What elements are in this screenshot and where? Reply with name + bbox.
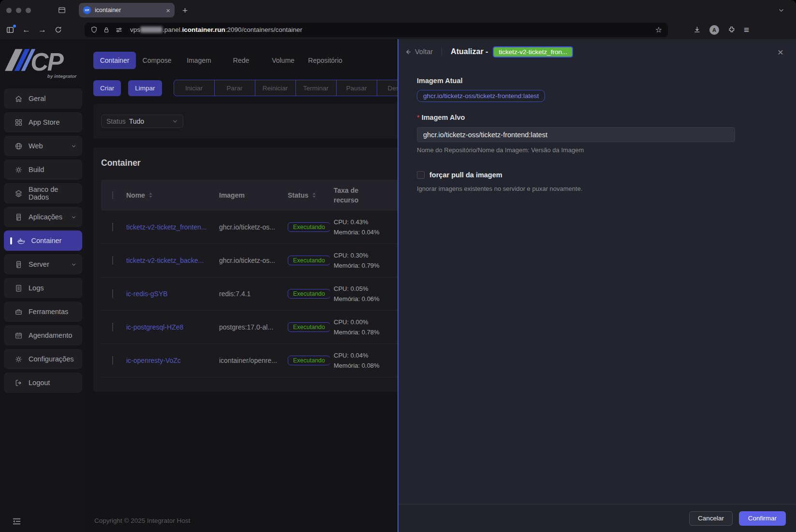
header-divider bbox=[442, 48, 442, 56]
permissions-icon[interactable] bbox=[115, 26, 123, 34]
gear-icon bbox=[15, 166, 23, 174]
sidebar-item-build[interactable]: Build bbox=[4, 159, 82, 180]
tab-rede[interactable]: Rede bbox=[220, 52, 262, 69]
chevron-down-icon bbox=[71, 144, 76, 149]
browser-toolbar: ← → bbox=[0, 20, 796, 39]
traffic-light-zoom[interactable] bbox=[26, 8, 31, 13]
account-icon[interactable]: A bbox=[709, 25, 719, 35]
close-icon[interactable]: × bbox=[778, 47, 783, 57]
url-redacted bbox=[140, 27, 162, 33]
sidebar-item-ferramentas[interactable]: Ferramentas bbox=[4, 302, 82, 322]
row-checkbox[interactable] bbox=[112, 289, 113, 298]
new-tab-button[interactable]: + bbox=[182, 6, 188, 15]
sort-icon[interactable] bbox=[311, 192, 317, 199]
container-name-link[interactable]: ticketz-v2-ticketz_fronten... bbox=[126, 223, 207, 231]
sidebar-item-server[interactable]: Server bbox=[4, 254, 82, 274]
select-all-checkbox[interactable] bbox=[112, 191, 113, 199]
collapse-sidebar-icon[interactable] bbox=[12, 517, 22, 526]
row-checkbox[interactable] bbox=[112, 356, 113, 365]
criar-button[interactable]: Criar bbox=[93, 80, 121, 96]
container-image: ghcr.io/ticketz-os... bbox=[219, 223, 275, 231]
required-asterisk: * bbox=[417, 114, 420, 121]
back-button[interactable]: ← bbox=[22, 26, 30, 34]
sidebar-item-geral[interactable]: Geral bbox=[4, 88, 82, 109]
sidebar-item-web[interactable]: Web bbox=[4, 136, 82, 156]
chevron-down-icon bbox=[71, 215, 76, 220]
drawer-body: Imagem Atual ghcr.io/ticketz-oss/ticketz… bbox=[398, 64, 796, 192]
confirmar-button[interactable]: Confirmar bbox=[739, 511, 786, 526]
limpar-button[interactable]: Limpar bbox=[128, 80, 162, 96]
container-name-link[interactable]: ic-openresty-VoZc bbox=[126, 357, 181, 364]
pausar-button[interactable]: Pausar bbox=[336, 80, 377, 96]
sidebar-item-label: Configurações bbox=[29, 355, 74, 363]
sidebar-item-container[interactable]: Container bbox=[4, 230, 82, 251]
sidebar-toggle-icon[interactable] bbox=[6, 26, 15, 34]
container-name-link[interactable]: ticketz-v2-ticketz_backe... bbox=[126, 257, 204, 264]
drawer-title: Atualizar - bbox=[451, 47, 488, 56]
shield-icon[interactable] bbox=[90, 26, 98, 33]
status-badge: Executando bbox=[288, 289, 330, 299]
bookmark-star-icon[interactable]: ☆ bbox=[655, 25, 662, 34]
row-checkbox[interactable] bbox=[112, 256, 113, 265]
iniciar-button[interactable]: Iniciar bbox=[174, 80, 215, 96]
container-image: redis:7.4.1 bbox=[219, 290, 251, 298]
sidebar-item-configuracoes[interactable]: Configurações bbox=[4, 349, 82, 369]
cancelar-button[interactable]: Cancelar bbox=[689, 511, 733, 526]
browser-tab[interactable]: ICP icontainer × bbox=[79, 3, 175, 17]
tab-compose[interactable]: Compose bbox=[136, 52, 178, 69]
container-name-badge: ticketz-v2-ticketz_fron... bbox=[493, 46, 573, 58]
reiniciar-button[interactable]: Reiniciar bbox=[255, 80, 296, 96]
tab-volume[interactable]: Volume bbox=[262, 52, 304, 69]
sidebar-item-app-store[interactable]: App Store bbox=[4, 112, 82, 132]
globe-icon bbox=[15, 142, 23, 150]
traffic-light-close[interactable] bbox=[6, 8, 12, 13]
list-tabs-chevron-icon[interactable] bbox=[778, 7, 784, 14]
chevron-down-icon bbox=[71, 262, 76, 267]
tab-close-icon[interactable]: × bbox=[166, 7, 170, 14]
row-checkbox[interactable] bbox=[112, 223, 113, 231]
sidebar-item-aplicacoes[interactable]: Aplicações bbox=[4, 207, 82, 227]
terminar-button[interactable]: Terminar bbox=[295, 80, 337, 96]
container-name-link[interactable]: ic-postgresql-HZe8 bbox=[126, 323, 183, 331]
url-bar[interactable]: vps.panel.icontainer.run:2090/containers… bbox=[85, 23, 668, 37]
sidebar-item-agendamento[interactable]: Agendamento bbox=[4, 325, 82, 345]
traffic-light-minimize[interactable] bbox=[16, 8, 21, 13]
voltar-button[interactable]: Voltar bbox=[404, 48, 433, 56]
tab-repositorio[interactable]: Repositório bbox=[304, 52, 346, 69]
sidebar-item-logout[interactable]: Logout bbox=[4, 373, 82, 393]
app-menu-icon[interactable]: ≡ bbox=[744, 25, 749, 34]
bulk-actions-group: Iniciar Parar Reiniciar Terminar Pausar … bbox=[174, 80, 418, 96]
grid-icon bbox=[15, 118, 23, 127]
status-filter-select[interactable]: Status Tudo bbox=[101, 115, 183, 128]
forward-button[interactable]: → bbox=[38, 26, 46, 34]
copyright-text: Copyright © 2025 Integrator Host bbox=[94, 517, 190, 524]
tab-container[interactable]: Container bbox=[93, 52, 136, 69]
server-rack-icon bbox=[15, 260, 23, 269]
parar-button[interactable]: Parar bbox=[214, 80, 255, 96]
logout-icon bbox=[15, 379, 23, 387]
header-status[interactable]: Status bbox=[284, 191, 330, 199]
extensions-icon[interactable] bbox=[727, 26, 736, 34]
target-image-input[interactable] bbox=[417, 127, 735, 142]
tab-strip: ICP icontainer × + bbox=[0, 0, 796, 20]
container-name-link[interactable]: ic-redis-gSYB bbox=[126, 290, 168, 298]
status-filter-value: Tudo bbox=[129, 117, 144, 125]
force-pull-checkbox[interactable] bbox=[417, 171, 425, 179]
status-filter-label: Status bbox=[106, 117, 126, 125]
sidebar-item-label: Web bbox=[29, 142, 43, 150]
row-checkbox[interactable] bbox=[112, 323, 113, 331]
firefox-view-icon[interactable] bbox=[58, 6, 66, 14]
sidebar-item-logs[interactable]: Logs bbox=[4, 278, 82, 298]
header-nome[interactable]: Nome bbox=[122, 191, 215, 199]
drawer-header: Voltar Atualizar - ticketz-v2-ticketz_fr… bbox=[398, 39, 796, 64]
lock-icon[interactable] bbox=[103, 27, 110, 33]
reload-button[interactable] bbox=[54, 26, 62, 34]
downloads-icon[interactable] bbox=[693, 26, 701, 34]
sidebar-item-banco-de-dados[interactable]: Banco de Dados bbox=[4, 183, 82, 203]
logo-text: CP bbox=[30, 48, 64, 76]
container-image: postgres:17.0-al... bbox=[219, 323, 273, 331]
sort-icon[interactable] bbox=[148, 192, 153, 199]
tab-imagem[interactable]: Imagem bbox=[178, 52, 220, 69]
header-taxa-de-recurso: Taxa de recurso bbox=[330, 186, 365, 205]
sidebar-item-label: Aplicações bbox=[29, 213, 62, 221]
